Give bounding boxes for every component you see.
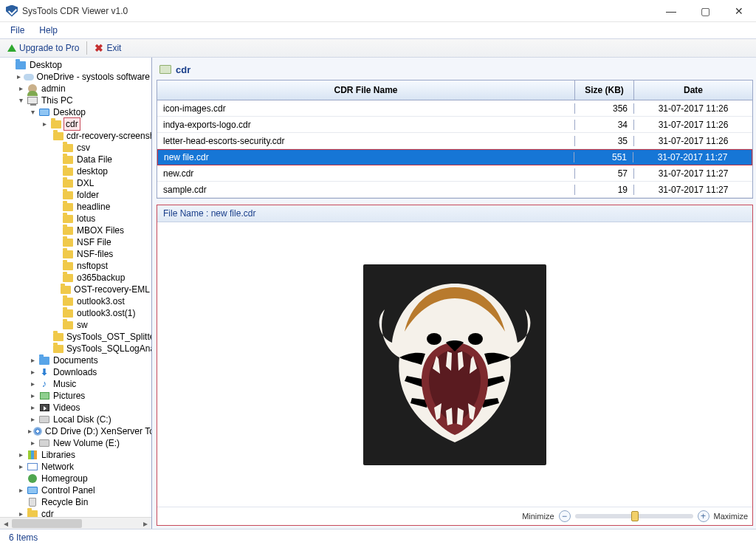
- table-row[interactable]: letter-head-escorts-security.cdr3531-07-…: [157, 133, 752, 149]
- cell-name: indya-exports-logo.cdr: [157, 120, 575, 130]
- table-row[interactable]: icon-images.cdr35631-07-2017 11:26: [157, 100, 752, 117]
- cell-name: new file.cdr: [158, 152, 574, 162]
- tree-subfolder[interactable]: outlook3.ost(1): [1, 307, 151, 319]
- tree-subfolder[interactable]: outlook3.ost: [1, 295, 151, 307]
- zoom-slider[interactable]: [575, 514, 693, 518]
- tree-subfolder[interactable]: OST-recovery-EML: [1, 284, 151, 295]
- svg-point-2: [468, 333, 483, 345]
- tree-subfolder[interactable]: desktop: [1, 165, 151, 177]
- tree-libraries[interactable]: ▸Libraries: [1, 449, 151, 461]
- tree-desktop-root[interactable]: Desktop: [1, 59, 151, 71]
- tree-network[interactable]: ▸Network: [1, 461, 151, 473]
- tree-subfolder-label: DXL: [75, 177, 95, 189]
- tree-cddrive[interactable]: ▸CD Drive (D:) XenServer Tools: [1, 425, 151, 437]
- tree-subfolder-label: o365backup: [75, 272, 126, 284]
- tree-localdisk[interactable]: ▸Local Disk (C:): [1, 414, 151, 425]
- tree-subfolder-label: headline: [75, 201, 111, 213]
- tree-subfolder[interactable]: Data File: [1, 154, 151, 165]
- header-size[interactable]: Size (KB): [575, 80, 634, 100]
- cell-name: new.cdr: [157, 168, 575, 179]
- close-icon: ✖: [94, 42, 103, 54]
- tree-subfolder-label: csv: [75, 142, 92, 154]
- zoom-in-button[interactable]: +: [698, 510, 709, 522]
- tree-newvolume[interactable]: ▸New Volume (E:): [1, 437, 151, 449]
- tiger-illustration: [366, 269, 543, 461]
- header-name[interactable]: CDR File Name: [157, 80, 575, 100]
- tree-subfolder[interactable]: SysTools_OST_Splitter_2: [1, 331, 151, 343]
- current-folder-label: cdr: [176, 64, 190, 75]
- table-row[interactable]: indya-exports-logo.cdr3431-07-2017 11:26: [157, 117, 752, 133]
- tree-admin[interactable]: ▸admin: [1, 83, 151, 95]
- tree-documents[interactable]: ▸Documents: [1, 354, 151, 366]
- table-row[interactable]: sample.cdr1931-07-2017 11:27: [157, 182, 752, 198]
- grid-header[interactable]: CDR File Name Size (KB) Date: [157, 80, 752, 100]
- tree-subfolder[interactable]: MBOX Files: [1, 224, 151, 236]
- tree-subfolder[interactable]: folder: [1, 189, 151, 201]
- tree-pictures[interactable]: ▸Pictures: [1, 390, 151, 402]
- tree-subfolder[interactable]: cdr-recovery-screenshot: [1, 130, 151, 142]
- toolbar: Upgrade to Pro ✖ Exit: [0, 38, 756, 58]
- table-row[interactable]: new.cdr5731-07-2017 11:27: [157, 165, 752, 182]
- cell-date: 31-07-2017 11:26: [634, 103, 752, 114]
- cell-date: 31-07-2017 11:26: [634, 136, 752, 146]
- download-icon: ⬇: [38, 366, 50, 378]
- tree-subfolder-label: SysTools_SQLLogAnalyzer: [65, 343, 151, 354]
- tree-thispc[interactable]: ▾This PC: [1, 95, 151, 106]
- tree-subfolder[interactable]: DXL: [1, 177, 151, 189]
- tree-music[interactable]: ▸♪Music: [1, 378, 151, 390]
- tree-cdr-bottom[interactable]: ▸cdr: [1, 508, 151, 517]
- tree-subfolder-label: outlook3.ost(1): [75, 307, 137, 319]
- zoom-out-button[interactable]: −: [559, 510, 571, 522]
- preview-header: File Name : new file.cdr: [157, 205, 752, 222]
- tree-subfolder[interactable]: o365backup: [1, 272, 151, 284]
- svg-point-1: [427, 333, 441, 345]
- exit-label: Exit: [106, 43, 121, 53]
- tree-cdr-selected[interactable]: ▸cdr: [1, 118, 151, 130]
- menu-file[interactable]: File: [4, 24, 30, 37]
- tree-downloads[interactable]: ▸⬇Downloads: [1, 366, 151, 378]
- tree-subfolder-label: NSF-files: [75, 248, 114, 260]
- toolbar-separator: [86, 41, 87, 55]
- title-bar: SysTools CDR Viewer v1.0 — ▢ ✕: [0, 0, 756, 22]
- cell-name: letter-head-escorts-security.cdr: [157, 136, 575, 146]
- cell-size: 57: [575, 168, 634, 179]
- cell-date: 31-07-2017 11:27: [634, 168, 752, 179]
- close-window-button[interactable]: ✕: [722, 0, 756, 22]
- tree-videos[interactable]: ▸Videos: [1, 402, 151, 414]
- exit-button[interactable]: ✖ Exit: [90, 41, 126, 55]
- tree-subfolder[interactable]: headline: [1, 201, 151, 213]
- maximize-window-button[interactable]: ▢: [688, 0, 722, 22]
- cell-name: icon-images.cdr: [157, 103, 575, 114]
- cell-size: 551: [574, 152, 633, 162]
- cell-date: 31-07-2017 11:27: [634, 185, 752, 195]
- zoom-maximize-label: Maximize: [714, 512, 748, 521]
- tree-subfolder[interactable]: sw: [1, 319, 151, 331]
- tree-controlpanel[interactable]: ▸Control Panel: [1, 484, 151, 496]
- tree-subfolder-label: OST-recovery-EML: [72, 284, 151, 295]
- slider-knob[interactable]: [631, 511, 639, 521]
- upgrade-button[interactable]: Upgrade to Pro: [3, 41, 83, 55]
- table-row[interactable]: new file.cdr55131-07-2017 11:27: [157, 149, 752, 165]
- tree-recyclebin[interactable]: Recycle Bin: [1, 496, 151, 508]
- tree-desktop[interactable]: ▾Desktop: [1, 106, 151, 118]
- menu-help[interactable]: Help: [33, 24, 63, 37]
- tree-subfolder[interactable]: NSF-files: [1, 248, 151, 260]
- tree-scrollbar[interactable]: ◂▸: [0, 517, 151, 529]
- minimize-window-button[interactable]: —: [654, 0, 688, 22]
- preview-panel: File Name : new file.cdr: [157, 205, 753, 526]
- tree-subfolder[interactable]: csv: [1, 142, 151, 154]
- tree-subfolder[interactable]: lotus: [1, 213, 151, 224]
- upgrade-label: Upgrade to Pro: [19, 43, 79, 53]
- tree-subfolder-label: NSF File: [75, 236, 113, 248]
- file-grid: CDR File Name Size (KB) Date icon-images…: [157, 80, 753, 199]
- preview-image: [363, 264, 546, 465]
- tree-homegroup[interactable]: Homegroup: [1, 473, 151, 484]
- folder-tree[interactable]: Desktop ▸OneDrive - systools software ▸a…: [0, 58, 152, 529]
- tree-subfolder-label: folder: [75, 189, 100, 201]
- tree-onedrive[interactable]: ▸OneDrive - systools software: [1, 71, 151, 83]
- tree-subfolder[interactable]: SysTools_SQLLogAnalyzer: [1, 343, 151, 354]
- tree-subfolder[interactable]: nsftopst: [1, 260, 151, 272]
- cell-name: sample.cdr: [157, 185, 575, 195]
- tree-subfolder[interactable]: NSF File: [1, 236, 151, 248]
- header-date[interactable]: Date: [634, 80, 752, 100]
